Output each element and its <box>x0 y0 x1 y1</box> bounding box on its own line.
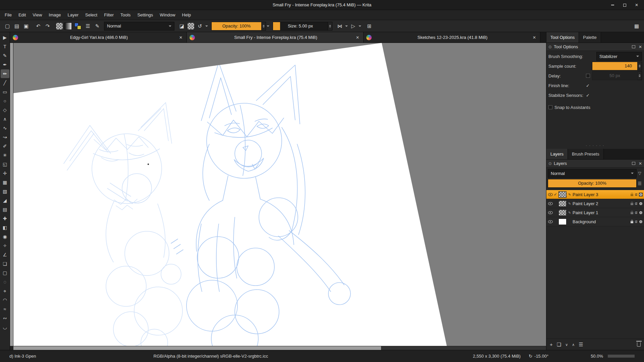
brush-smoothing-dropdown[interactable]: Stabilizer <box>596 52 642 61</box>
close-button[interactable]: ✕ <box>631 0 643 10</box>
layer-filter-icon[interactable]: ▽ <box>637 171 643 176</box>
tab-brush-presets[interactable]: Brush Presets <box>568 149 604 159</box>
tool-multibrush[interactable]: ✳ <box>1 151 9 160</box>
new-document-icon[interactable]: ▢ <box>3 22 12 31</box>
layer-row-paint-layer-3[interactable]: ✓ ✎ Paint Layer 3 α <box>546 190 644 199</box>
menu-help[interactable]: Help <box>179 10 195 20</box>
docker-float-icon[interactable] <box>632 162 635 165</box>
mirror-vertical-caret[interactable] <box>358 22 362 31</box>
canvas-area[interactable] <box>13 43 546 346</box>
tool-measure[interactable]: ∠ <box>1 250 9 259</box>
tool-similar-select[interactable]: ≈ <box>1 305 9 313</box>
mirror-horizontal-caret[interactable] <box>344 22 348 31</box>
delay-spinner[interactable] <box>638 71 642 80</box>
menu-tools[interactable]: Tools <box>117 10 134 20</box>
tool-text[interactable]: T <box>1 42 9 51</box>
minimize-button[interactable] <box>606 0 619 10</box>
trim-to-image-icon[interactable]: ⊞ <box>365 22 374 31</box>
menu-window[interactable]: Window <box>156 10 178 20</box>
eraser-mode-icon[interactable]: ◪ <box>177 22 186 31</box>
brush-editor-icon[interactable]: ✎ <box>93 22 102 31</box>
add-layer-button[interactable]: + <box>550 339 553 350</box>
tool-magnetic-select[interactable]: ◡ <box>1 323 9 331</box>
visibility-eye-icon[interactable] <box>548 210 553 215</box>
blending-mode-dropdown[interactable]: Normal <box>104 22 174 31</box>
document-tab[interactable]: Edgy-Girl Yari.kra (486.0 MiB) ✕ <box>10 32 187 43</box>
layer-thumbnail[interactable] <box>558 191 567 198</box>
menu-file[interactable]: File <box>1 10 15 20</box>
finish-line-checkbox[interactable]: ✓ <box>586 83 590 88</box>
horizontal-scrollbar[interactable] <box>13 346 546 350</box>
alpha-icon[interactable]: α <box>635 210 637 215</box>
layer-thumbnail[interactable] <box>558 209 567 216</box>
layer-options-menu-icon[interactable]: ☰ <box>637 181 643 186</box>
brush-preset-status[interactable]: d) Ink-3 Gpen <box>9 354 36 359</box>
tool-enclose-fill[interactable]: ◉ <box>1 232 9 241</box>
tool-pattern[interactable]: ▤ <box>1 205 9 214</box>
opacity-slider[interactable]: Opacity: 100% <box>211 22 262 31</box>
menu-view[interactable]: View <box>29 10 45 20</box>
tab-close-icon[interactable]: ✕ <box>531 35 537 40</box>
mirror-vertical-icon[interactable]: ▷ <box>349 22 358 31</box>
menu-filter[interactable]: Filter <box>101 10 117 20</box>
layer-blending-mode-dropdown[interactable]: Normal <box>548 169 637 178</box>
alpha-lock-icon[interactable] <box>639 220 643 224</box>
canvas-viewport[interactable] <box>13 43 546 346</box>
reload-preset-caret[interactable] <box>205 22 209 31</box>
tool-polygon-select[interactable]: ⋄ <box>1 287 9 295</box>
brush-size-slider[interactable]: Size: 5.00 px <box>273 22 328 31</box>
tool-move[interactable]: ✛ <box>1 169 9 178</box>
gradient-chooser-icon[interactable] <box>56 22 63 30</box>
delay-slider[interactable]: 50 px <box>592 71 638 80</box>
visibility-eye-icon[interactable] <box>548 219 553 224</box>
tool-polyline[interactable]: ∧ <box>1 115 9 123</box>
lock-icon[interactable] <box>631 194 633 196</box>
tool-freehand-select[interactable]: ◠ <box>1 296 9 304</box>
layer-thumbnail[interactable] <box>558 219 567 225</box>
tool-select-shapes[interactable]: ▶ <box>1 33 9 42</box>
redo-icon[interactable]: ↷ <box>43 22 52 31</box>
tool-rectangle[interactable]: ▭ <box>1 87 9 96</box>
layer-row-paint-layer-2[interactable]: ✎ Paint Layer 2 α <box>546 199 644 208</box>
tool-calligraphy[interactable]: ✒ <box>1 60 9 69</box>
save-document-icon[interactable]: ▣ <box>22 22 31 31</box>
opacity-caret[interactable] <box>266 22 270 31</box>
alpha-lock-icon[interactable] <box>639 202 643 205</box>
document-tab[interactable]: Sketches 12-23-2025.kra (41.8 MiB) ✕ <box>364 32 540 43</box>
lock-icon[interactable] <box>631 212 633 214</box>
menu-layer[interactable]: Layer <box>64 10 82 20</box>
alpha-icon[interactable]: α <box>635 219 637 224</box>
tool-assistants[interactable]: ✧ <box>1 241 9 250</box>
layer-opacity-slider[interactable]: Opacity: 100% <box>548 179 637 188</box>
tool-smart-patch[interactable]: ✚ <box>1 214 9 223</box>
alpha-lock-icon[interactable] <box>639 211 643 215</box>
horizontal-scrollbar-thumb[interactable] <box>13 346 381 350</box>
tool-freehand-path[interactable]: ↝ <box>1 133 9 141</box>
docker-close-icon[interactable]: ✕ <box>639 161 642 166</box>
lock-icon[interactable] <box>631 221 633 223</box>
visibility-eye-icon[interactable] <box>548 192 553 197</box>
reload-preset-icon[interactable]: ↺ <box>196 22 204 31</box>
canvas-rotation-status[interactable]: ↻ -15.00° <box>529 354 548 359</box>
tool-reference-images[interactable]: ❏ <box>1 259 9 268</box>
layer-row-paint-layer-1[interactable]: ✎ Paint Layer 1 α <box>546 208 644 217</box>
document-tab-active[interactable]: Small Fry - Intense Foreplay.kra (75.4 M… <box>187 32 364 43</box>
snap-assistants-checkbox[interactable] <box>548 105 552 109</box>
opacity-spinner[interactable] <box>262 22 266 31</box>
duplicate-layer-button[interactable]: ❏ <box>557 339 561 350</box>
restore-button[interactable] <box>619 0 631 10</box>
docker-lock-icon[interactable]: ⊙ <box>548 45 552 49</box>
docker-lock-icon[interactable]: ⊙ <box>548 161 552 166</box>
tool-transform[interactable]: ◱ <box>1 160 9 169</box>
menu-settings[interactable]: Settings <box>134 10 156 20</box>
preserve-alpha-icon[interactable] <box>187 22 195 30</box>
brush-size-spinner[interactable] <box>328 22 332 31</box>
tab-close-icon[interactable]: ✕ <box>355 35 361 40</box>
tool-color-sampler[interactable]: ◢ <box>1 196 9 205</box>
delay-checkbox[interactable] <box>586 74 590 78</box>
layer-row-background[interactable]: Background α <box>546 217 644 226</box>
choose-workspace-icon[interactable]: ▦ <box>632 22 641 31</box>
tool-gradient[interactable]: ▧ <box>1 187 9 196</box>
tab-tool-options[interactable]: Tool Options <box>546 32 579 43</box>
zoom-slider[interactable] <box>608 355 635 358</box>
